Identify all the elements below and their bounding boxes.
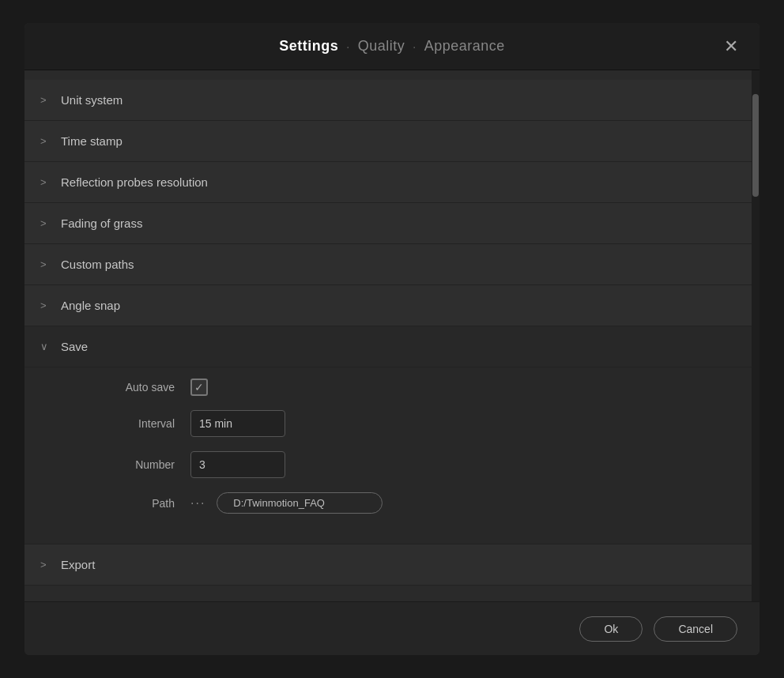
label-unit-system: Unit system [61, 93, 122, 107]
sep2: · [413, 40, 416, 53]
section-unit-system[interactable]: > Unit system [24, 80, 752, 121]
path-input[interactable] [217, 492, 383, 514]
section-custom-paths[interactable]: > Custom paths [24, 244, 752, 285]
section-save: ∨ Save Auto save ✓ [24, 326, 752, 544]
title-settings: Settings [279, 38, 338, 55]
label-time-stamp: Time stamp [61, 134, 122, 148]
chevron-reflection-probes: > [40, 176, 51, 188]
section-time-stamp[interactable]: > Time stamp [24, 121, 752, 162]
number-label: Number [72, 458, 175, 471]
label-angle-snap: Angle snap [61, 299, 120, 312]
number-row: Number ▲ ▼ [72, 451, 704, 478]
interval-spinner[interactable]: ▲ ▼ [190, 410, 285, 437]
cancel-button[interactable]: Cancel [654, 616, 737, 642]
tab-quality[interactable]: Quality [358, 38, 405, 55]
chevron-unit-system: > [40, 94, 51, 106]
label-save: Save [61, 340, 88, 353]
chevron-angle-snap: > [40, 299, 51, 311]
interval-label: Interval [72, 417, 175, 430]
dialog-header: Settings · Quality · Appearance ✕ [24, 23, 760, 70]
chevron-save: ∨ [40, 341, 51, 352]
scrollbar-track[interactable] [752, 70, 760, 601]
scrollbar-thumb[interactable] [752, 94, 759, 197]
number-spinner[interactable]: ▲ ▼ [190, 451, 285, 478]
number-input[interactable] [191, 454, 285, 475]
section-export[interactable]: > Export [24, 544, 752, 586]
check-mark-icon: ✓ [194, 382, 204, 393]
label-fading-grass: Fading of grass [61, 217, 142, 230]
ok-button[interactable]: Ok [579, 616, 643, 642]
chevron-custom-paths: > [40, 258, 51, 270]
section-angle-snap[interactable]: > Angle snap [24, 285, 752, 326]
path-row: Path ··· [72, 492, 704, 514]
path-label: Path [72, 497, 175, 510]
close-button[interactable]: ✕ [717, 32, 745, 61]
label-export: Export [61, 558, 95, 571]
auto-save-checkbox-wrap[interactable]: ✓ [190, 379, 208, 396]
save-section-body: Auto save ✓ Interval ▲ [24, 367, 752, 544]
section-reflection-probes[interactable]: > Reflection probes resolution [24, 162, 752, 203]
chevron-time-stamp: > [40, 135, 51, 147]
scroll-pane[interactable]: > Unit system > Time stamp > Reflection … [24, 70, 752, 601]
dialog-title: Settings · Quality · Appearance [279, 38, 504, 55]
sep1: · [346, 40, 349, 53]
tab-appearance[interactable]: Appearance [424, 38, 505, 55]
interval-input[interactable] [191, 413, 285, 434]
path-dots-button[interactable]: ··· [190, 496, 205, 510]
auto-save-row: Auto save ✓ [72, 379, 704, 396]
dialog-footer: Ok Cancel [24, 601, 760, 655]
auto-save-label: Auto save [72, 381, 175, 394]
auto-save-checkbox[interactable]: ✓ [190, 379, 208, 396]
label-custom-paths: Custom paths [61, 258, 134, 271]
section-save-header[interactable]: ∨ Save [24, 326, 752, 367]
content-area: > Unit system > Time stamp > Reflection … [24, 70, 760, 601]
settings-dialog: Settings · Quality · Appearance ✕ > Unit… [24, 23, 760, 655]
chevron-fading-grass: > [40, 217, 51, 229]
section-fading-grass[interactable]: > Fading of grass [24, 203, 752, 244]
chevron-export: > [40, 559, 51, 571]
interval-row: Interval ▲ ▼ [72, 410, 704, 437]
label-reflection-probes: Reflection probes resolution [61, 175, 208, 189]
